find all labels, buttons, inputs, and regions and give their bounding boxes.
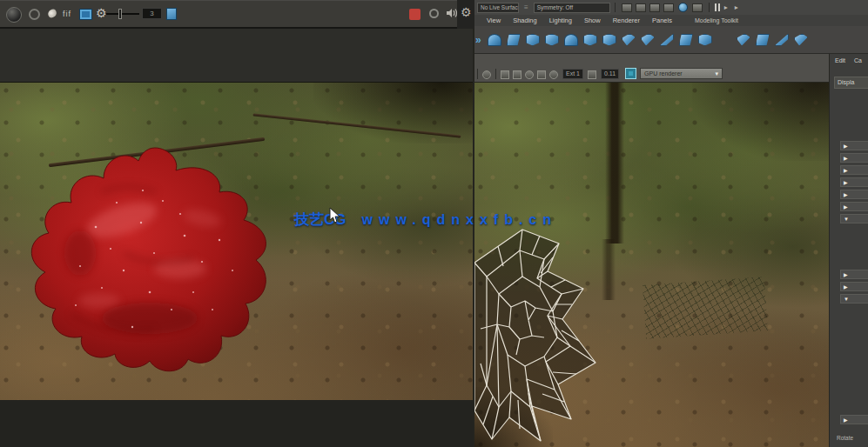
renderer-dropdown[interactable]: GPU renderer ▾	[640, 68, 723, 79]
tri-right-icon: ▶	[844, 167, 848, 173]
history-icon[interactable]	[537, 70, 546, 79]
smooth-tool-icon[interactable]	[564, 34, 578, 46]
tri-down-icon: ▼	[844, 297, 849, 302]
status-separator-icon: ≡	[524, 3, 528, 11]
extrude-count-field[interactable]: Ext 1	[562, 69, 583, 79]
material-sphere-icon[interactable]	[6, 7, 22, 23]
toolkit-label[interactable]: Modeling Toolkit	[695, 17, 738, 23]
gear-icon[interactable]: ⚙	[96, 6, 107, 20]
divider	[709, 3, 710, 12]
bevel-tool-icon[interactable]	[545, 34, 559, 46]
frame-label: fif	[63, 10, 71, 18]
vertex-snap-icon[interactable]	[513, 70, 521, 79]
divider	[477, 69, 478, 79]
cube-primitive-icon[interactable]	[526, 34, 540, 46]
screen: fif ⚙ 3 ⚙	[0, 0, 868, 447]
edge-loop-icon[interactable]	[641, 34, 655, 46]
tree-trunk	[602, 239, 616, 300]
sculpt-tool-icon[interactable]	[756, 34, 770, 46]
panel-row[interactable]: ▶	[840, 141, 868, 150]
panel-row[interactable]: ▶	[840, 270, 868, 279]
panel-row-expanded[interactable]: ▼	[840, 294, 868, 304]
circle-tool-icon[interactable]	[29, 9, 40, 20]
tri-right-icon: ▶	[844, 417, 848, 423]
paint-effects-icon[interactable]	[692, 3, 703, 12]
bridge-tool-icon[interactable]	[602, 34, 616, 46]
record-stop-button[interactable]	[409, 9, 421, 20]
wireframe-mesh-object[interactable]	[474, 224, 601, 446]
offset-icon[interactable]	[588, 70, 596, 79]
panel-row[interactable]: ▶	[840, 165, 868, 175]
curve-snap-icon[interactable]	[482, 70, 491, 79]
ipr-render-icon[interactable]	[636, 3, 646, 12]
render-bottom-letterbox	[0, 400, 473, 447]
render-toolbar: fif ⚙ 3	[0, 0, 474, 29]
settings-gear-icon[interactable]: ⚙	[461, 5, 472, 19]
red-blob-object[interactable]	[19, 140, 277, 377]
expand-arrow-icon[interactable]: ▸	[724, 3, 728, 11]
render-viewport[interactable]	[0, 83, 473, 400]
multi-cut-icon[interactable]	[622, 34, 636, 46]
sphere-primitive-icon[interactable]	[488, 34, 501, 46]
attribute-panel: Edit Ca Displa ▶ ▶ ▶ ▶ ▶ ▶ ▼ ▶ ▶ ▼ ▶ Rot…	[829, 54, 868, 447]
panel-menu-create[interactable]: Ca	[854, 57, 862, 63]
pause-icon[interactable]	[715, 3, 717, 11]
panel-menu-edit[interactable]: Edit	[835, 57, 845, 63]
panel-row[interactable]: ▶	[840, 415, 868, 424]
value-input[interactable]: 3	[142, 8, 162, 19]
document-icon[interactable]	[166, 8, 177, 20]
tri-right-icon: ▶	[844, 191, 848, 197]
shelf-overflow-chevron-icon[interactable]: »	[475, 34, 481, 46]
grid-snap-icon[interactable]	[501, 70, 509, 79]
clock-icon[interactable]	[549, 70, 558, 79]
mirror-tool-icon[interactable]	[737, 34, 750, 46]
offset-value-field[interactable]: 0.11	[601, 69, 619, 79]
knife-tool-icon[interactable]	[660, 34, 674, 46]
menu-view[interactable]: View	[487, 17, 501, 24]
magnet-snap-icon[interactable]	[525, 70, 534, 79]
light-icon[interactable]	[47, 9, 57, 19]
panel-row-expanded[interactable]: ▼	[840, 214, 868, 224]
menu-lighting[interactable]: Lighting	[549, 17, 572, 24]
panel-row[interactable]: ▶	[840, 202, 868, 211]
live-surface-dropdown[interactable]: No Live Surface	[477, 3, 519, 13]
menu-renderer[interactable]: Renderer	[613, 17, 640, 24]
pause-icon[interactable]	[718, 3, 720, 11]
poly-modeling-shelf: »	[474, 26, 868, 54]
panel-row[interactable]: ▶	[840, 177, 868, 187]
menu-panels[interactable]: Panels	[652, 17, 672, 24]
tri-right-icon: ▶	[844, 271, 848, 277]
panel-menu-bar: Edit Ca	[835, 57, 868, 63]
tri-right-icon: ▶	[844, 284, 848, 290]
viewport-render-icon[interactable]	[625, 68, 636, 79]
zoom-slider[interactable]	[106, 13, 139, 15]
tree-trunk	[605, 83, 624, 244]
panel-row[interactable]: ▶	[840, 190, 868, 199]
record-circle-icon[interactable]	[429, 9, 439, 18]
panel-row[interactable]: ▶	[840, 153, 868, 163]
crease-tool-icon[interactable]	[794, 34, 808, 46]
divider	[495, 69, 496, 79]
merge-tool-icon[interactable]	[698, 34, 712, 46]
render-sequence-icon[interactable]	[649, 3, 660, 12]
wedge-tool-icon[interactable]	[507, 34, 521, 46]
menu-show[interactable]: Show	[584, 17, 601, 24]
display-tab[interactable]: Displa	[834, 77, 868, 89]
tri-right-icon: ▶	[844, 203, 848, 210]
quad-draw-icon[interactable]	[679, 34, 693, 46]
render-settings-icon[interactable]	[663, 3, 674, 12]
symmetry-dropdown[interactable]: Symmetry: Off	[534, 3, 610, 13]
dark-forest-patch	[692, 83, 829, 161]
brush-tool-icon[interactable]	[775, 34, 789, 46]
slider-handle[interactable]	[118, 9, 122, 19]
tri-down-icon: ▼	[844, 217, 849, 222]
panel-row[interactable]: ▶	[840, 282, 868, 291]
expand-arrow-icon[interactable]: ▸	[735, 3, 738, 11]
tri-right-icon: ▶	[844, 143, 848, 149]
menu-shading[interactable]: Shading	[513, 17, 537, 24]
modeling-viewport[interactable]	[474, 83, 829, 447]
hypershade-icon[interactable]	[678, 3, 688, 12]
render-frame-icon[interactable]	[622, 3, 632, 12]
extrude-tool-icon[interactable]	[583, 34, 597, 46]
monitor-icon[interactable]	[79, 9, 92, 20]
